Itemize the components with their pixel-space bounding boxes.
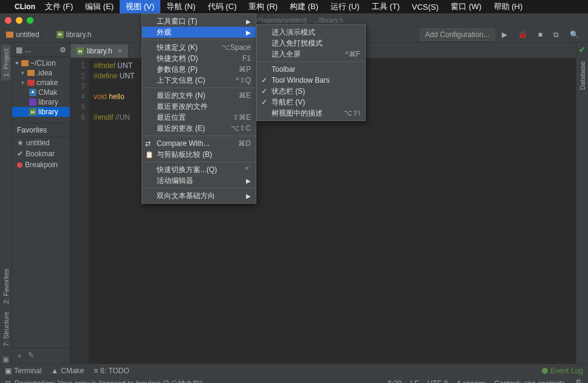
menu-item[interactable]: 工具窗口 (T)▶ bbox=[142, 16, 256, 27]
structure-tool-tab[interactable]: 7: Structure bbox=[1, 308, 11, 350]
menu-item[interactable]: 活动编辑器▶ bbox=[142, 175, 256, 186]
menubar-vcs[interactable]: VCS(S) bbox=[406, 1, 445, 13]
tree-item-library-h[interactable]: Hlibrary bbox=[12, 107, 70, 117]
menu-item-label: 最近更改的文件 bbox=[157, 102, 208, 112]
edit-favorite-button[interactable]: ✎ bbox=[28, 351, 34, 361]
menu-item[interactable]: ✓导航栏 (V) bbox=[257, 97, 365, 108]
menubar-run[interactable]: 运行 (U) bbox=[324, 0, 366, 13]
status-icon[interactable]: ⊡ bbox=[5, 379, 11, 383]
menu-item[interactable]: 进入全屏^⌘F bbox=[257, 49, 365, 60]
search-everywhere-button[interactable]: ⧉ bbox=[549, 29, 563, 41]
project-sidebar-header[interactable]: ▦...⚙ bbox=[12, 43, 70, 57]
menu-item-label: 最近的更改 (E) bbox=[157, 123, 205, 134]
favorite-breakpoints[interactable]: Breakpoin bbox=[12, 159, 70, 170]
stop-button[interactable]: ■ bbox=[534, 29, 547, 41]
menu-shortcut: ⇧⌘E bbox=[233, 113, 251, 122]
project-tool-tab[interactable]: 1: Project bbox=[1, 45, 11, 80]
menubar-window[interactable]: 窗口 (W) bbox=[445, 0, 488, 13]
menu-item[interactable]: 最近的文件 (N)⌘E bbox=[142, 90, 256, 101]
menubar-code[interactable]: 代码 (C) bbox=[202, 0, 243, 13]
menubar-build[interactable]: 构建 (B) bbox=[284, 0, 324, 13]
menubar-tools[interactable]: 工具 (T) bbox=[366, 0, 406, 13]
menu-item-label: 工具窗口 (T) bbox=[157, 16, 197, 27]
editor-tab-library-h[interactable]: Hlibrary.h× bbox=[70, 44, 129, 58]
file-encoding[interactable]: UTF-8 bbox=[428, 379, 448, 383]
menu-item-label: 外观 bbox=[157, 27, 171, 38]
menu-item[interactable]: ✓Tool Window Bars bbox=[257, 75, 365, 86]
close-tab-icon[interactable]: × bbox=[118, 47, 122, 55]
breadcrumb-root[interactable]: untitled bbox=[5, 29, 41, 40]
menu-shortcut: ⌘D bbox=[238, 139, 251, 148]
menubar-navigate[interactable]: 导航 (N) bbox=[160, 0, 202, 13]
menu-item[interactable]: 最近位置⇧⌘E bbox=[142, 112, 256, 123]
add-configuration-button[interactable]: Add Configuration... bbox=[420, 29, 495, 41]
favorite-bookmarks[interactable]: ✔Bookmar bbox=[12, 148, 70, 159]
menu-item[interactable]: 双向文本基础方向▶ bbox=[142, 190, 256, 201]
cmake-tab-label: CMake bbox=[61, 367, 84, 375]
search-icon[interactable]: 🔍 bbox=[566, 29, 583, 41]
caret-position[interactable]: 6:28 bbox=[388, 379, 402, 383]
tree-item-library-cpp[interactable]: library bbox=[12, 97, 70, 107]
app-name[interactable]: CLion bbox=[15, 2, 35, 11]
context-status[interactable]: Context: <no context> bbox=[494, 379, 566, 383]
tool-windows-icon[interactable]: ▣ bbox=[2, 355, 9, 364]
menu-item[interactable]: 最近的更改 (E)⌥⇧C bbox=[142, 123, 256, 134]
menu-shortcut: ⌘E bbox=[239, 91, 251, 100]
zoom-window-button[interactable] bbox=[27, 17, 33, 24]
terminal-icon: ▣ bbox=[5, 367, 12, 375]
submenu-arrow-icon: ▶ bbox=[246, 178, 251, 184]
menubar-refactor[interactable]: 重构 (R) bbox=[242, 0, 284, 13]
cmake-tab[interactable]: ▲CMake bbox=[51, 367, 84, 375]
favorites-header[interactable]: Favorites bbox=[12, 123, 70, 137]
menu-item[interactable]: 快速切换方案...(Q)^` bbox=[142, 164, 256, 175]
breadcrumb-file-label: library.h bbox=[66, 30, 92, 39]
minimize-window-button[interactable] bbox=[16, 17, 22, 24]
check-icon: ✓ bbox=[261, 87, 267, 95]
menu-item-label: Compare With... bbox=[157, 139, 210, 148]
menubar-edit[interactable]: 编辑 (E) bbox=[79, 0, 120, 13]
menu-item[interactable]: 最近更改的文件 bbox=[142, 101, 256, 112]
event-log-tab[interactable]: Event Log bbox=[542, 367, 583, 375]
favorite-untitled[interactable]: ★untitled bbox=[12, 137, 70, 148]
tree-item-idea[interactable]: .idea bbox=[12, 68, 70, 78]
terminal-tab[interactable]: ▣Terminal bbox=[5, 367, 41, 375]
line-separator[interactable]: LF bbox=[411, 379, 419, 383]
menu-item[interactable]: 上下文信息 (C)^⇧Q bbox=[142, 75, 256, 86]
todo-tab-label: 6: TODO bbox=[100, 367, 129, 375]
menubar-help[interactable]: 帮助 (H) bbox=[488, 0, 529, 13]
menu-item[interactable]: 外观▶ bbox=[142, 27, 256, 38]
menubar-view[interactable]: 视图 (V) bbox=[120, 0, 160, 13]
favorites-tool-tab[interactable]: 2: Favorites bbox=[1, 265, 11, 307]
menu-item[interactable]: 进入演示模式 bbox=[257, 27, 365, 38]
menu-item[interactable]: 📋与剪贴板比较 (B) bbox=[142, 149, 256, 160]
run-button[interactable]: ▶ bbox=[497, 29, 511, 41]
breadcrumb-file[interactable]: Hlibrary.h bbox=[55, 29, 93, 40]
tree-item-cmakelists[interactable]: ▲CMak bbox=[12, 88, 70, 97]
lock-icon[interactable]: 🔓 bbox=[574, 379, 583, 383]
menu-item[interactable]: 快速定义 (K)⌥Space bbox=[142, 42, 256, 53]
menu-item[interactable]: 快捷文档 (D)F1 bbox=[142, 53, 256, 64]
bottom-tool-bar: ▣Terminal ▲CMake ≡6: TODO Event Log bbox=[0, 364, 588, 377]
menu-item-label: 导航栏 (V) bbox=[272, 97, 305, 108]
indent-settings[interactable]: 4 spaces bbox=[457, 379, 486, 383]
todo-tab[interactable]: ≡6: TODO bbox=[94, 367, 129, 375]
menu-shortcut: ⌘P bbox=[239, 65, 251, 74]
tree-root[interactable]: ~/CLion bbox=[12, 58, 70, 68]
menu-item[interactable]: Toolbar bbox=[257, 64, 365, 75]
database-tool-tab[interactable]: Database bbox=[578, 58, 587, 94]
menu-item[interactable]: ⇄Compare With...⌘D bbox=[142, 138, 256, 149]
tree-item-cmake-dir[interactable]: cmake bbox=[12, 78, 70, 88]
menu-item[interactable]: 树视图中的描述⌥⇧\ bbox=[257, 108, 365, 119]
close-window-button[interactable] bbox=[5, 17, 12, 24]
menubar-file[interactable]: 文件 (F) bbox=[39, 0, 79, 13]
menu-separator bbox=[142, 136, 256, 136]
add-favorite-button[interactable]: ＋ bbox=[16, 351, 23, 361]
menu-separator bbox=[142, 88, 256, 88]
menu-item[interactable]: ✓状态栏 (S) bbox=[257, 86, 365, 97]
debug-button[interactable]: 🐞 bbox=[514, 29, 532, 41]
menu-item[interactable]: 进入免打扰模式 bbox=[257, 38, 365, 49]
inspections-ok-icon[interactable]: ✔ bbox=[579, 45, 586, 54]
folder-icon bbox=[21, 60, 29, 66]
menu-item-label: 快速切换方案...(Q) bbox=[157, 165, 217, 175]
menu-item[interactable]: 参数信息 (P)⌘P bbox=[142, 64, 256, 75]
